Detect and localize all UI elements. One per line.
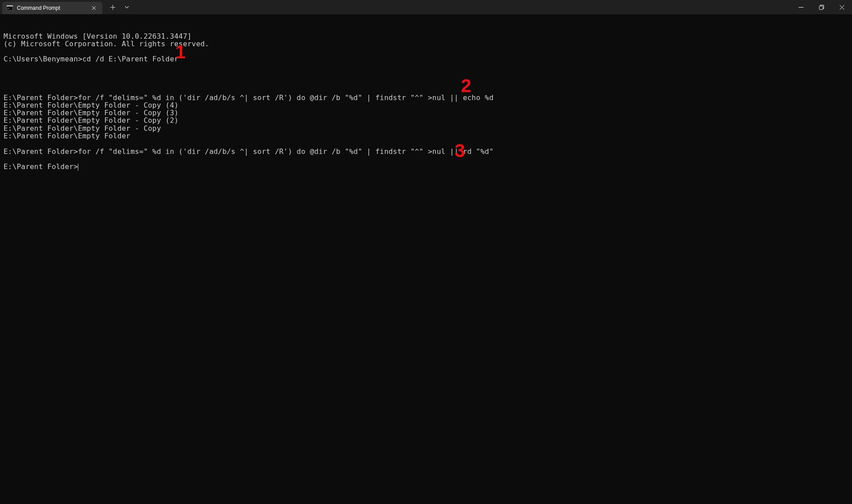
terminal-line: E:\Parent Folder\Empty Folder - Copy (2) — [4, 117, 848, 124]
terminal-line: C:\Users\Benymean>cd /d E:\Parent Folder — [4, 55, 848, 63]
window-controls — [791, 0, 852, 14]
terminal-line: E:\Parent Folder\Empty Folder — [4, 132, 848, 140]
cursor — [78, 164, 78, 171]
maximize-button[interactable] — [811, 0, 832, 14]
command-prompt-icon: >_ — [6, 4, 13, 12]
terminal-line — [4, 155, 848, 163]
tab-dropdown-button[interactable] — [120, 1, 133, 13]
terminal-line — [4, 78, 848, 86]
tab-command-prompt[interactable]: >_ Command Prompt — [2, 2, 102, 14]
terminal-line: Microsoft Windows [Version 10.0.22631.34… — [4, 32, 848, 40]
svg-rect-8 — [819, 6, 823, 9]
terminal-line — [4, 48, 848, 55]
annotation-2: 2 — [461, 77, 472, 95]
tab-controls — [102, 0, 133, 14]
terminal-area[interactable]: Microsoft Windows [Version 10.0.22631.34… — [0, 14, 852, 504]
svg-text:>_: >_ — [8, 7, 11, 10]
terminal-line — [4, 140, 848, 147]
terminal-line: E:\Parent Folder>for /f "delims=" %d in … — [4, 148, 848, 155]
titlebar: >_ Command Prompt — [0, 0, 852, 14]
tab-area: >_ Command Prompt — [0, 0, 133, 14]
annotation-1: 1 — [175, 43, 186, 61]
terminal-line: E:\Parent Folder\Empty Folder - Copy (4) — [4, 101, 848, 109]
annotation-3: 3 — [455, 141, 465, 160]
terminal-line — [4, 86, 848, 93]
minimize-button[interactable] — [791, 0, 811, 14]
terminal-line: E:\Parent Folder> — [4, 163, 848, 171]
tab-close-button[interactable] — [90, 4, 98, 12]
close-button[interactable] — [832, 0, 852, 14]
terminal-line: (c) Microsoft Corporation. All rights re… — [4, 40, 848, 48]
terminal-line: E:\Parent Folder\Empty Folder - Copy (3) — [4, 109, 848, 117]
terminal-line — [4, 63, 848, 71]
terminal-output: Microsoft Windows [Version 10.0.22631.34… — [4, 32, 848, 171]
terminal-line: E:\Parent Folder\Empty Folder - Copy — [4, 125, 848, 132]
titlebar-drag-area[interactable] — [133, 0, 791, 14]
new-tab-button[interactable] — [106, 1, 119, 13]
terminal-line: E:\Parent Folder>for /f "delims=" %d in … — [4, 94, 848, 101]
tab-title: Command Prompt — [17, 5, 86, 11]
svg-rect-1 — [7, 5, 13, 7]
terminal-line — [4, 71, 848, 78]
